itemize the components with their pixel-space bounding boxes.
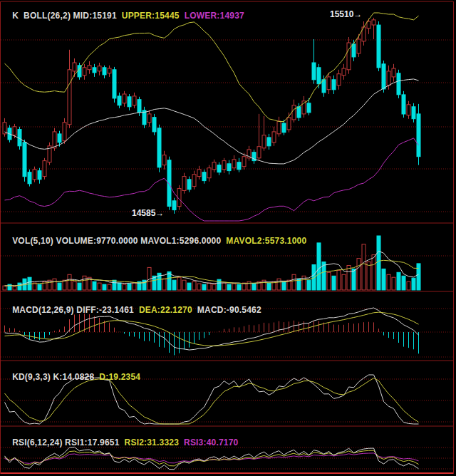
macd-dea-value: DEA:22.1270 [139, 305, 192, 315]
rsi-indicator-header: RSI(6,12,24) RSI1:17.9651RSI2:31.3323RSI… [2, 429, 243, 457]
volume-indicator-header: VOL(5,10) VOLUME:9770.0000 MAVOL1:5296.0… [2, 227, 311, 255]
kline-indicator-header: K BOLL(26,2) MID:15191UPPER:15445LOWER:1… [2, 2, 249, 30]
macd-hist-value: MACD:-90.5462 [197, 305, 261, 315]
mavol2-value: MAVOL2:5573.1000 [226, 236, 306, 246]
boll-bands-layer [5, 13, 419, 221]
trough-price-label: 14585→ [132, 208, 164, 218]
kd-k-value: KD(9,3,3) K:14.0828 [12, 372, 94, 382]
rsi1-value: RSI(6,12,24) RSI1:17.9651 [12, 438, 119, 447]
kd-indicator-header: KD(9,3,3) K:14.0828D:19.2354 [2, 363, 145, 391]
kd-d-value: D:19.2354 [99, 372, 140, 382]
volume-value: VOL(5,10) VOLUME:9770.0000 MAVOL1:5296.0… [12, 236, 221, 246]
rsi3-value: RSI3:40.7170 [184, 438, 238, 447]
macd-indicator-header: MACD(12,26,9) DIFF:-23.1461DEA:22.1270MA… [2, 296, 266, 324]
trading-chart-window: K BOLL(26,2) MID:15191UPPER:15445LOWER:1… [0, 0, 456, 476]
boll-upper-value: UPPER:15445 [122, 11, 180, 21]
rsi2-value: RSI2:31.3323 [125, 438, 179, 447]
boll-lower-value: LOWER:14937 [185, 11, 244, 21]
candlestick-layer [3, 18, 420, 214]
peak-price-label: 15510→ [330, 9, 362, 19]
macd-diff-value: MACD(12,26,9) DIFF:-23.1461 [12, 305, 134, 315]
boll-mid-value: K BOLL(26,2) MID:15191 [12, 11, 117, 21]
